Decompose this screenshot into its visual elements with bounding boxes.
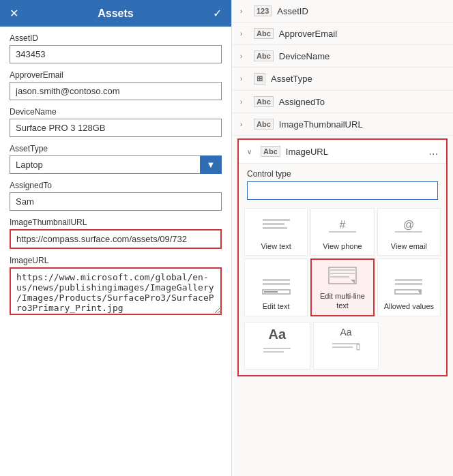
panel-title: Assets — [98, 8, 133, 20]
checkmark-icon[interactable]: ✓ — [213, 7, 222, 20]
more-options-icon[interactable]: ... — [429, 145, 438, 158]
field-group-imageurl: ImageURL https://www.microsoft.com/globa… — [10, 256, 222, 317]
left-panel: ✕ Assets ✓ AssetID ApproverEmail DeviceN… — [0, 0, 232, 476]
svg-rect-10 — [264, 291, 278, 293]
edit-text-label: Edit text — [263, 301, 290, 311]
panel-header: ✕ Assets ✓ — [0, 0, 231, 27]
field-name-assetid: AssetID — [277, 6, 445, 16]
svg-marker-15 — [351, 280, 355, 284]
assetid-input[interactable] — [10, 45, 222, 63]
font-size-large-icon: Aa — [269, 327, 287, 342]
bottom-controls-row: Aa Aa — [239, 322, 446, 375]
control-card-view-email[interactable]: @ View email — [377, 208, 441, 256]
view-text-icon — [248, 214, 304, 239]
font-size-large-preview — [262, 345, 292, 356]
type-icon-imagethumbnailurl: Abc — [254, 119, 274, 130]
type-icon-imageurl: Abc — [261, 146, 280, 157]
devicename-label: DeviceName — [10, 107, 222, 117]
svg-rect-18 — [395, 290, 421, 294]
type-icon-assettype: ⊞ — [254, 73, 265, 85]
control-card-edit-text[interactable]: Edit text — [244, 258, 308, 316]
assettype-select[interactable]: Laptop — [10, 155, 222, 174]
edit-multiline-icon — [315, 264, 370, 288]
view-phone-icon: # — [314, 214, 370, 239]
font-size-small-preview — [331, 340, 361, 351]
chevron-icon-assetid: › — [240, 8, 248, 15]
svg-rect-21 — [263, 351, 284, 353]
list-item-devicename[interactable]: › Abc DeviceName — [232, 45, 453, 68]
svg-rect-22 — [332, 343, 360, 344]
list-item-imagethumbnailurl[interactable]: › Abc ImageThumbnailURL — [232, 113, 453, 136]
svg-rect-20 — [263, 348, 291, 349]
view-email-label: View email — [391, 241, 427, 251]
control-card-edit-multiline[interactable]: Edit multi-line text — [310, 258, 374, 316]
imageurl-section-header: ∨ Abc ImageURL ... — [239, 140, 446, 164]
svg-rect-6 — [395, 231, 422, 233]
chevron-icon-imagethumbnailurl: › — [240, 121, 248, 128]
svg-rect-24 — [357, 344, 360, 350]
svg-rect-12 — [330, 269, 355, 271]
chevron-icon-assignedto: › — [240, 98, 248, 106]
imageurl-section-title: ImageURL — [286, 147, 424, 157]
control-type-label: Control type — [239, 164, 446, 181]
view-email-icon: @ — [381, 214, 437, 239]
chevron-down-icon-imageurl: ∨ — [247, 148, 255, 155]
svg-rect-14 — [330, 276, 349, 278]
font-size-card-1[interactable]: Aa — [244, 322, 310, 370]
edit-multiline-label: Edit multi-line text — [315, 291, 370, 311]
svg-rect-0 — [263, 219, 290, 221]
font-size-card-2[interactable]: Aa — [313, 322, 379, 370]
field-name-assettype: AssetType — [271, 74, 445, 84]
field-group-assignedto: AssignedTo — [10, 181, 222, 211]
font-size-small-icon: Aa — [340, 327, 351, 338]
imagethumbnailurl-input[interactable] — [10, 229, 222, 249]
type-icon-assignedto: Abc — [254, 96, 274, 107]
list-item-approveremail[interactable]: › Abc ApproverEmail — [232, 23, 453, 45]
control-type-input[interactable] — [247, 181, 438, 200]
imagethumbnailurl-label: ImageThumbnailURL — [10, 218, 222, 227]
control-card-view-phone[interactable]: # View phone — [310, 208, 374, 256]
svg-rect-16 — [395, 279, 422, 281]
svg-text:#: # — [340, 219, 346, 230]
field-name-assignedto: AssignedTo — [279, 97, 445, 107]
field-group-imagethumbnailurl: ImageThumbnailURL — [10, 218, 222, 249]
devicename-input[interactable] — [10, 119, 222, 137]
control-card-view-text[interactable]: View text — [244, 208, 308, 256]
chevron-icon-approveremail: › — [240, 30, 248, 38]
assetid-label: AssetID — [10, 33, 222, 43]
left-content: AssetID ApproverEmail DeviceName AssetTy… — [0, 27, 231, 476]
svg-rect-13 — [330, 273, 355, 274]
field-name-imagethumbnailurl: ImageThumbnailURL — [279, 119, 445, 130]
imageurl-textarea[interactable]: https://www.microsoft.com/global/en-us/n… — [10, 267, 222, 315]
view-phone-label: View phone — [323, 241, 362, 251]
right-panel: › 123 AssetID › Abc ApproverEmail › Abc … — [232, 0, 453, 476]
list-item-assetid[interactable]: › 123 AssetID — [232, 0, 453, 23]
field-name-devicename: DeviceName — [279, 51, 445, 61]
imageurl-expanded-section: ∨ Abc ImageURL ... Control type — [237, 138, 448, 376]
svg-rect-2 — [263, 227, 287, 229]
chevron-icon-devicename: › — [240, 53, 248, 60]
approveremail-input[interactable] — [10, 82, 222, 100]
svg-rect-23 — [332, 346, 353, 348]
close-icon[interactable]: ✕ — [10, 7, 18, 20]
allowed-values-icon — [381, 274, 437, 299]
chevron-icon-assettype: › — [240, 75, 248, 83]
field-group-assetid: AssetID — [10, 33, 222, 63]
assignedto-label: AssignedTo — [10, 181, 222, 190]
control-card-allowed-values[interactable]: Allowed values — [377, 258, 441, 316]
field-group-assettype: AssetType Laptop ▼ — [10, 144, 222, 174]
list-item-assignedto[interactable]: › Abc AssignedTo — [232, 91, 453, 113]
svg-rect-17 — [395, 283, 422, 285]
view-text-label: View text — [261, 241, 291, 251]
allowed-values-label: Allowed values — [384, 301, 434, 311]
assignedto-input[interactable] — [10, 192, 222, 211]
assettype-label: AssetType — [10, 144, 222, 153]
assettype-select-wrapper: Laptop ▼ — [10, 155, 222, 174]
svg-rect-4 — [329, 231, 356, 233]
field-list: › 123 AssetID › Abc ApproverEmail › Abc … — [232, 0, 453, 379]
control-type-grid: View text # View phone — [239, 205, 446, 322]
type-icon-devicename: Abc — [254, 50, 274, 61]
type-icon-approveremail: Abc — [254, 28, 274, 39]
list-item-assettype[interactable]: › ⊞ AssetType — [232, 68, 453, 91]
edit-text-icon — [248, 274, 304, 299]
